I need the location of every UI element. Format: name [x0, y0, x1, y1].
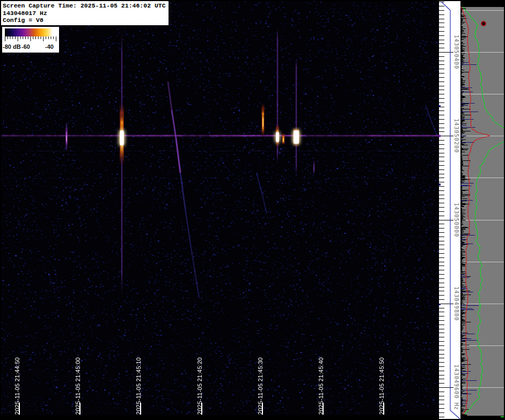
scale-label-max: -40 — [45, 43, 54, 50]
scale-label-mid: -60 — [21, 43, 30, 50]
frequency-axis: 1430504001430502001430500001430498001430… — [439, 0, 460, 420]
scale-label-min: -80 dB — [3, 43, 21, 50]
time-axis-tick — [79, 403, 80, 415]
spectrum-panel-canvas — [460, 0, 505, 420]
time-axis-tick — [383, 403, 384, 415]
frequency-axis-label: 143050400 — [453, 35, 460, 69]
frequency-axis-label: 143050200 — [453, 119, 460, 153]
spectrogram-screen: 1430504001430502001430500001430498001430… — [0, 0, 505, 420]
time-axis-tick — [140, 403, 141, 415]
frequency-axis-label: 143049600 Hz — [453, 364, 460, 410]
frequency-axis-label: 143050000 — [453, 203, 460, 237]
intensity-color-scale: -80 dB -60 -40 — [2, 27, 59, 53]
color-gradient-bar — [5, 28, 56, 36]
time-axis-tick — [323, 403, 324, 415]
time-axis-tick — [262, 403, 263, 415]
frequency-axis-label: 143049800 — [453, 286, 460, 321]
center-frequency-line: 143048017 Hz — [3, 10, 167, 17]
capture-info-box: Screen Capture Time: 2025-11-05 21:46:02… — [1, 1, 169, 25]
time-axis-tick — [201, 403, 202, 415]
time-axis-tick — [19, 403, 20, 415]
config-line: Config = V8 — [3, 17, 167, 24]
color-scale-ticks — [5, 36, 56, 42]
waterfall-canvas — [0, 0, 439, 420]
capture-time-line: Screen Capture Time: 2025-11-05 21:46:02… — [3, 2, 167, 10]
